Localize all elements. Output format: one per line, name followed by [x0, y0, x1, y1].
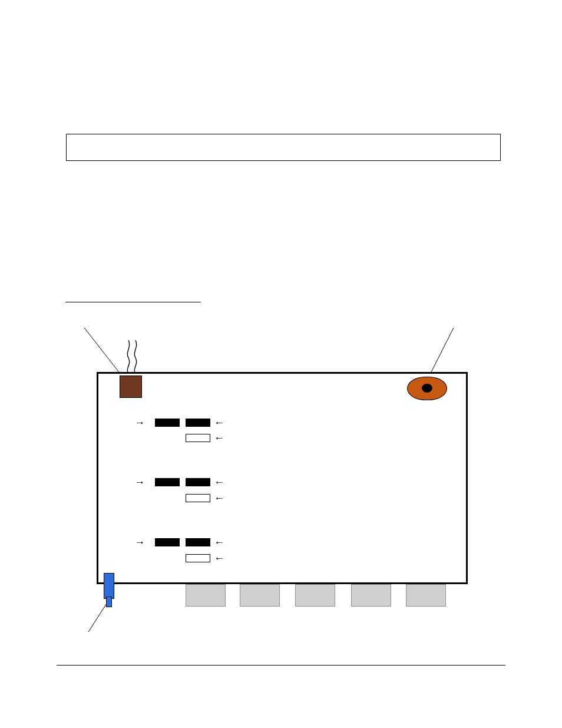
bar-open — [186, 494, 210, 502]
svg-line-1 — [428, 328, 454, 379]
stove-icon — [120, 375, 142, 398]
bar-filled — [155, 478, 180, 486]
arrow-left-icon: ← — [214, 417, 224, 429]
arrow-right-icon: → — [134, 476, 145, 489]
bar-open — [186, 554, 210, 562]
arrow-left-icon: ← — [214, 476, 224, 489]
bar-filled — [155, 538, 180, 546]
bar-filled — [186, 478, 210, 486]
arrow-left-icon: ← — [214, 536, 224, 549]
arrow-left-icon: ← — [214, 432, 224, 444]
bar-open — [186, 434, 210, 442]
door-icon — [104, 573, 114, 599]
bar-filled — [186, 419, 210, 427]
desk-icon — [295, 584, 335, 607]
phone-receiver — [422, 384, 432, 393]
arrow-left-icon: ← — [214, 552, 224, 565]
door-handle — [106, 597, 112, 607]
pointer-lines — [0, 0, 562, 728]
bar-filled — [186, 538, 210, 546]
arrow-left-icon: ← — [214, 492, 224, 505]
arrow-right-icon: → — [134, 536, 145, 549]
desk-icon — [351, 584, 391, 607]
room-outline — [97, 372, 468, 584]
desk-icon — [186, 584, 226, 607]
desk-icon — [240, 584, 280, 607]
desk-icon — [406, 584, 446, 607]
arrow-right-icon: → — [134, 417, 145, 429]
bar-filled — [155, 419, 180, 427]
